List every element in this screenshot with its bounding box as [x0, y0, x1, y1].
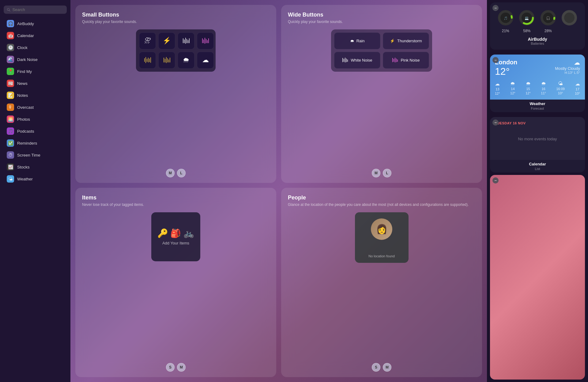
- search-input[interactable]: [13, 7, 64, 12]
- sound-btn-8[interactable]: ☁: [197, 52, 214, 69]
- weather-desc: Mostly Cloudy: [555, 66, 580, 71]
- sound-btn-2[interactable]: ⚡: [158, 32, 175, 49]
- search-icon: [7, 8, 11, 12]
- svg-rect-27: [344, 59, 344, 62]
- calendar-sublabel: List: [490, 167, 585, 172]
- wide-btn-white-noise[interactable]: White Noise: [334, 52, 380, 69]
- people-avatars: S M: [372, 363, 391, 372]
- avatar-m: M: [166, 169, 175, 177]
- sound-btn-6[interactable]: [158, 52, 175, 69]
- weather-hl: H:13° L:5°: [555, 71, 580, 74]
- battery-item-2: 💻 58%: [518, 9, 536, 33]
- sidebar-item-photos-label: Photos: [17, 117, 30, 122]
- sidebar-item-find-my[interactable]: 📍Find My: [2, 66, 69, 77]
- svg-rect-3: [184, 40, 185, 43]
- sidebar-item-airbuddy[interactable]: 🎧AirBuddy: [2, 18, 69, 29]
- svg-rect-31: [392, 58, 393, 62]
- clock-icon: 🕐: [7, 44, 14, 51]
- avatar-l: L: [177, 169, 186, 177]
- avatar-l2: L: [383, 169, 391, 177]
- sidebar-item-dark-noise[interactable]: 🌊Dark Noise: [2, 54, 69, 65]
- svg-rect-23: [167, 58, 168, 62]
- svg-rect-29: [346, 59, 347, 62]
- sidebar-item-weather[interactable]: 🌤Weather: [2, 173, 69, 185]
- sound-btn-5[interactable]: [139, 52, 156, 69]
- sidebar-item-airbuddy-label: AirBuddy: [17, 21, 34, 26]
- sidebar-item-clock[interactable]: 🕐Clock: [2, 42, 69, 53]
- svg-rect-14: [144, 58, 145, 62]
- weather-right: ☁ Mostly Cloudy H:13° L:5°: [555, 59, 580, 74]
- calendar-label: Calendar: [490, 160, 585, 167]
- sidebar-item-reminders[interactable]: ✅Reminders: [2, 137, 69, 149]
- battery-row: 🎵 21% 💻 58%: [495, 9, 580, 33]
- sidebar-item-dark-noise-label: Dark Noise: [17, 57, 38, 62]
- svg-text:🎧: 🎧: [546, 16, 550, 20]
- sidebar-item-reminders-label: Reminders: [17, 141, 37, 146]
- weather-top-row: London 12° ☁ Mostly Cloudy H:13° L:5°: [495, 59, 580, 77]
- battery-ring-1: 🎵: [496, 9, 515, 27]
- sidebar-item-screen-time-label: Screen Time: [17, 153, 40, 157]
- sidebar-item-photos[interactable]: 🌅Photos: [2, 113, 69, 125]
- main-content: Small Buttons Quickly play your favorite…: [70, 0, 487, 382]
- battery-ring-3: 🎧: [539, 9, 557, 27]
- sidebar-item-stocks[interactable]: 📈Stocks: [2, 161, 69, 173]
- wide-buttons-avatars: M L: [372, 169, 391, 177]
- people-widget: People Glance at the location of the peo…: [281, 188, 482, 377]
- small-buttons-title: Small Buttons: [82, 12, 270, 18]
- sound-btn-3[interactable]: [178, 32, 194, 49]
- weather-content: London 12° ☁ Mostly Cloudy H:13° L:5° ☁ …: [490, 55, 585, 100]
- sidebar-item-find-my-label: Find My: [17, 69, 32, 74]
- podcasts-icon: 🎵: [7, 127, 14, 135]
- sound-btn-4[interactable]: [197, 32, 214, 49]
- items-widget: Items Never lose track of your tagged it…: [75, 188, 276, 377]
- people-subtitle: Glance at the location of the people you…: [288, 202, 475, 207]
- sidebar-item-news[interactable]: 📰News: [2, 78, 69, 89]
- photo-remove-btn[interactable]: −: [492, 177, 499, 183]
- wide-btn-pink-noise-label: Pink Noise: [401, 58, 420, 62]
- sound-btn-7[interactable]: 🌧: [178, 52, 194, 69]
- sidebar-item-screen-time[interactable]: ⏱Screen Time: [2, 149, 69, 161]
- dark-noise-icon: 🌊: [7, 56, 14, 63]
- items-add-label: Add Your Items: [162, 241, 189, 245]
- search-bar[interactable]: [4, 6, 67, 14]
- wide-btn-thunder[interactable]: ⚡ Thunderstorm: [383, 32, 429, 49]
- battery-item-3: 🎧 28%: [539, 9, 557, 33]
- weather-left: London 12°: [495, 59, 517, 77]
- wide-buttons-grid: 🌧 Rain ⚡ Thunderstorm White Noise Pink N…: [331, 29, 432, 72]
- sound-btn-1[interactable]: ⛈: [139, 32, 156, 49]
- calendar-content: TUESDAY 16 NOV No more events today: [490, 117, 585, 160]
- wide-buttons-title: Wide Buttons: [288, 12, 475, 18]
- svg-rect-17: [148, 58, 149, 62]
- svg-rect-20: [164, 58, 164, 62]
- widgets-grid: Small Buttons Quickly play your favorite…: [70, 0, 487, 382]
- sidebar-item-calendar[interactable]: 📅Calendar: [2, 30, 69, 41]
- wide-btn-pink-noise[interactable]: Pink Noise: [383, 52, 429, 69]
- weather-remove-btn[interactable]: −: [492, 57, 499, 63]
- items-avatars: S M: [166, 363, 186, 372]
- svg-rect-33: [395, 58, 395, 62]
- battery-ring-2: 💻: [518, 9, 536, 27]
- svg-rect-21: [165, 59, 165, 62]
- wide-btn-rain[interactable]: 🌧 Rain: [334, 32, 380, 49]
- airbuddy-content: 🎵 21% 💻 58%: [490, 2, 585, 50]
- screen-time-icon: ⏱: [7, 151, 14, 159]
- airbuddy-remove-btn[interactable]: −: [492, 5, 499, 11]
- weather-widget: − London 12° ☁ Mostly Cloudy H:13° L:5° …: [490, 55, 585, 112]
- weather-temp: 12°: [495, 66, 517, 77]
- forecast-col-5: 🌤 16:09 10°: [556, 81, 565, 95]
- reminders-icon: ✅: [7, 139, 14, 147]
- sidebar-item-podcasts[interactable]: 🎵Podcasts: [2, 125, 69, 137]
- avatar-s: S: [166, 363, 175, 372]
- sidebar-items-container: 🎧AirBuddy📅Calendar🕐Clock🌊Dark Noise📍Find…: [0, 17, 70, 185]
- wide-btn-thunder-label: Thunderstorm: [397, 39, 422, 43]
- calendar-date: TUESDAY 16 NOV: [495, 121, 580, 125]
- svg-text:💻: 💻: [525, 16, 529, 20]
- people-title: People: [288, 195, 475, 201]
- svg-line-1: [9, 10, 10, 11]
- no-location-text: No location found: [368, 254, 395, 258]
- calendar-remove-btn[interactable]: −: [492, 119, 499, 126]
- weather-icon: 🌤: [7, 175, 14, 183]
- sidebar-item-overcast[interactable]: 🎙Overcast: [2, 101, 69, 113]
- svg-rect-24: [168, 59, 169, 62]
- sidebar-item-notes[interactable]: 📝Notes: [2, 89, 69, 101]
